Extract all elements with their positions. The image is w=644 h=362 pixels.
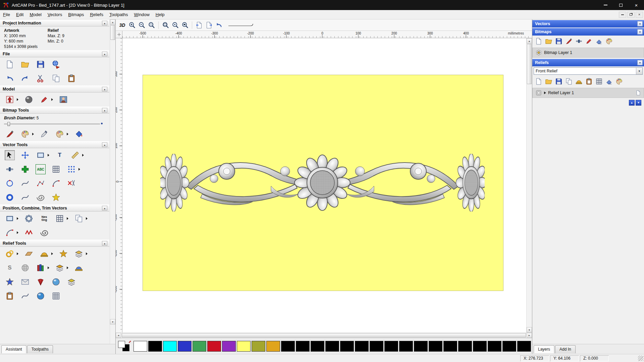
paint-bitmap-layer-button[interactable]: [565, 37, 573, 46]
bitmap-to-vector-button[interactable]: [51, 164, 61, 174]
edit-bitmap-layer-button[interactable]: [585, 37, 593, 46]
tab-assistant[interactable]: Assistant: [1, 345, 26, 353]
text-on-curve-button[interactable]: ABC: [36, 164, 46, 174]
bitmap-layer-row[interactable]: Bitmap Layer 1: [532, 48, 644, 58]
copy-button[interactable]: [51, 73, 61, 83]
group-vectors-button[interactable]: [74, 214, 84, 224]
flyout-arrow-icon[interactable]: [67, 133, 68, 135]
palette-swatch[interactable]: [429, 341, 442, 352]
create-star-button[interactable]: [51, 192, 61, 202]
menu-vectors[interactable]: Vectors: [45, 11, 65, 18]
palette-swatch[interactable]: [325, 341, 339, 352]
menu-reliefs[interactable]: Reliefs: [87, 11, 106, 18]
flyout-arrow-icon[interactable]: [86, 217, 88, 220]
palette-swatch[interactable]: [178, 341, 192, 352]
mdi-minimize-button[interactable]: [619, 12, 626, 18]
mdi-close-button[interactable]: ×: [636, 12, 643, 18]
canvas-scroll-right-button[interactable]: ►: [527, 333, 532, 338]
save-bitmap-layer-button[interactable]: [554, 37, 563, 46]
palette-swatch[interactable]: [266, 341, 280, 352]
relief-ornament[interactable]: [160, 154, 485, 212]
tab-add-in[interactable]: Add In: [555, 345, 576, 353]
resize-grip[interactable]: [638, 356, 643, 361]
nesting-button[interactable]: Nesting: [39, 214, 49, 224]
relief-layer-options-button[interactable]: [615, 77, 624, 86]
move-layer-up-button[interactable]: ▲: [629, 100, 635, 106]
palette-swatch[interactable]: [311, 341, 324, 352]
palette-swatch[interactable]: [133, 341, 147, 352]
bitmaps-collapse-button[interactable]: ▼: [637, 29, 643, 35]
menu-edit[interactable]: Edit: [13, 11, 26, 18]
collapse-relief-tools-button[interactable]: ▲: [102, 241, 107, 246]
zoom-fit-button[interactable]: [161, 20, 170, 29]
erase-relief-layer-button[interactable]: [605, 77, 613, 86]
menu-toolpaths[interactable]: Toolpaths: [106, 11, 131, 18]
relief-library-button[interactable]: [36, 263, 46, 273]
relief-layer-expander-icon[interactable]: [544, 92, 546, 94]
collapse-position-button[interactable]: ▲: [102, 206, 107, 210]
free-polyline-button[interactable]: [20, 178, 30, 188]
sweep-profile-button[interactable]: [5, 249, 15, 259]
scroll-thumb[interactable]: [110, 25, 115, 40]
collapse-bitmap-tools-button[interactable]: ▲: [102, 108, 107, 113]
palette-swatch[interactable]: [193, 341, 206, 352]
palette-swatch[interactable]: [355, 341, 369, 352]
flyout-arrow-icon[interactable]: [17, 231, 18, 234]
create-text-button[interactable]: T: [55, 150, 65, 160]
texture-weave-button[interactable]: [20, 263, 30, 273]
erase-bitmap-layer-button[interactable]: [595, 37, 603, 46]
mesh-relief-button[interactable]: [51, 291, 61, 301]
collapse-file-button[interactable]: ▲: [102, 52, 107, 56]
create-ellipse-button[interactable]: [5, 192, 15, 202]
wave-relief-button[interactable]: [20, 291, 30, 301]
flyout-arrow-icon[interactable]: [51, 252, 53, 255]
smooth-relief-layer-button[interactable]: [575, 77, 583, 86]
select-vectors-button[interactable]: [5, 150, 15, 160]
transform-vectors-button[interactable]: [20, 150, 30, 160]
palette-swatch[interactable]: [443, 341, 457, 352]
reliefs-collapse-button[interactable]: ▼: [637, 60, 643, 65]
flyout-arrow-icon[interactable]: [67, 266, 68, 269]
switch-to-3d-button[interactable]: 3D: [118, 20, 127, 29]
palette-swatch[interactable]: [384, 341, 398, 352]
vectors-collapse-button[interactable]: ▼: [637, 21, 643, 26]
star-relief-button[interactable]: [5, 277, 15, 287]
circular-copy-button[interactable]: [24, 214, 34, 224]
bitmap-layer-name[interactable]: Bitmap Layer 1: [544, 50, 641, 55]
minimize-button[interactable]: [598, 0, 613, 10]
envelope-distort-button[interactable]: [20, 277, 30, 287]
palette-swatch[interactable]: [281, 341, 295, 352]
canvas-scroll-up-button[interactable]: ▲: [527, 38, 532, 44]
assistant-scrollbar[interactable]: ▲ ▼: [110, 19, 115, 344]
load-image-button[interactable]: [58, 95, 68, 105]
save-file-button[interactable]: [36, 59, 46, 69]
paste-along-curve-button[interactable]: [66, 164, 76, 174]
palette-swatch[interactable]: [252, 341, 265, 352]
offset-relief-button[interactable]: [55, 263, 65, 273]
flyout-arrow-icon[interactable]: [86, 252, 88, 255]
zoom-in-button[interactable]: [127, 20, 137, 29]
move-layer-down-button[interactable]: ▼: [636, 100, 641, 106]
zoom-object-button[interactable]: [180, 20, 190, 29]
canvas-h-thumb[interactable]: [122, 333, 526, 338]
cut-button[interactable]: [36, 73, 46, 83]
open-relief-layer-button[interactable]: [544, 77, 553, 86]
palette-swatch[interactable]: [207, 341, 221, 352]
palette-swatch[interactable]: [473, 341, 487, 352]
texture-relief-button[interactable]: [58, 249, 68, 259]
extrude-relief-button[interactable]: [66, 277, 76, 287]
flyout-arrow-icon[interactable]: [48, 266, 49, 269]
dome-tool-button[interactable]: [74, 263, 84, 273]
create-polyline-button[interactable]: [20, 164, 30, 174]
next-view-button[interactable]: [204, 20, 213, 29]
block-copy-button[interactable]: [55, 214, 65, 224]
trim-vectors-button[interactable]: [66, 178, 76, 188]
flyout-arrow-icon[interactable]: [48, 154, 49, 157]
zoom-box-button[interactable]: [147, 20, 156, 29]
relief-layer-name[interactable]: Relief Layer 1: [548, 90, 634, 95]
zoom-100-button[interactable]: [171, 20, 180, 29]
brush-diameter-slider[interactable]: [4, 122, 105, 126]
calculate-relief-layer-button[interactable]: [595, 77, 603, 86]
paste-relief-layer-button[interactable]: [585, 77, 593, 86]
weld-vectors-button[interactable]: [24, 228, 34, 238]
